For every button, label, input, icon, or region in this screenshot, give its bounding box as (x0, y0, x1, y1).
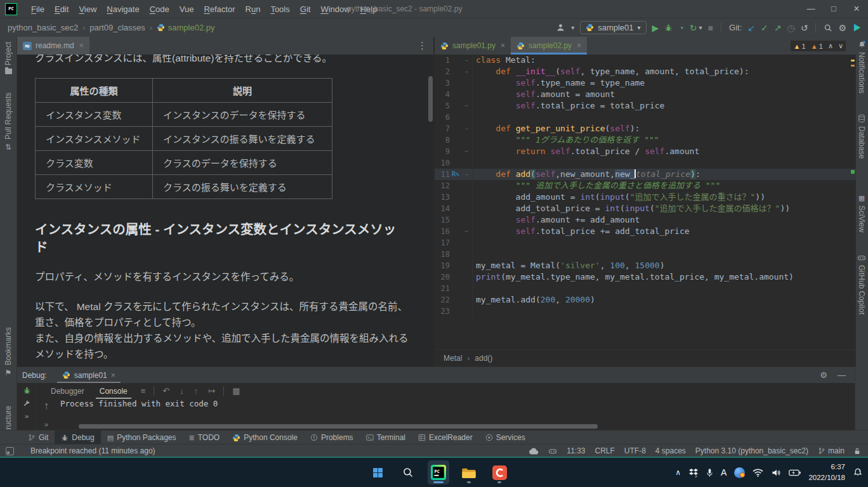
coverage-button[interactable]: ↻ (690, 23, 697, 32)
code-line[interactable]: 14 add_total_price = int(input("追加で入手した金… (435, 203, 856, 214)
tab-debugger[interactable]: Debugger (43, 385, 92, 398)
horizontal-scrollbar[interactable] (79, 424, 598, 429)
breadcrumb-item[interactable]: sample02.py (157, 23, 215, 32)
code-line[interactable]: 19my_metal = Metal('silver', 100, 15000) (435, 260, 856, 271)
breadcrumb-item[interactable]: part09_classes (89, 23, 145, 32)
sidebar-item-project[interactable]: Project (0, 42, 16, 74)
close-button[interactable]: × (845, 0, 868, 18)
tool-window-button-python-packages[interactable]: ▤Python Packages (101, 431, 183, 445)
tool-window-button-todo[interactable]: ≣TODO (183, 431, 227, 445)
code-editor[interactable]: 1−class Metal:2− def __init__(self, type… (435, 55, 856, 350)
dropbox-tray-icon[interactable]: z (688, 468, 699, 477)
code-line[interactable]: 17 (435, 237, 856, 249)
code-line[interactable]: 23 (435, 306, 856, 317)
fold-marker[interactable]: − (461, 55, 473, 66)
scrollbar-thumb[interactable] (428, 76, 433, 122)
encoding-widget[interactable]: UTF-8 (624, 446, 646, 455)
breadcrumb-item[interactable]: python_basic_sec2 (8, 23, 78, 32)
sidebar-item-structure[interactable]: Structure≡ (0, 406, 16, 430)
tool-window-button-problems[interactable]: Problems (304, 431, 360, 445)
rerun-debug-icon[interactable] (23, 386, 31, 394)
taskbar-clock[interactable]: 6:37 2022/10/18 (808, 462, 845, 483)
inspections-widget[interactable]: ▲ 1 ▲ 1 ∧ ∨ (791, 41, 846, 51)
code-line[interactable]: 11R✎− def add(self,new_amount,new_total_… (435, 169, 856, 180)
minimize-button[interactable]: — (799, 0, 822, 18)
fold-marker[interactable]: ⌐ (461, 226, 473, 237)
status-message[interactable]: Breakpoint reached (11 minutes ago) (30, 446, 155, 455)
battery-icon[interactable] (789, 469, 801, 476)
sidebar-item-bookmarks[interactable]: Bookmarks⚑ (0, 327, 16, 377)
tool-window-button-excelreader[interactable]: ExcelReader (412, 431, 479, 445)
branch-widget[interactable]: main (828, 446, 845, 455)
settings-gear-icon[interactable]: ⚙ (838, 23, 846, 32)
code-line[interactable]: 6 (435, 112, 856, 123)
code-line[interactable]: 7− def get_per_unit_price(self): (435, 123, 856, 134)
taskbar-camtasia-button[interactable] (489, 460, 510, 484)
run-button[interactable]: ▶ (652, 23, 659, 32)
sidebar-item-sciview[interactable]: ▦SciView (855, 194, 868, 232)
plugin-icon[interactable] (852, 23, 862, 32)
fold-marker[interactable]: ⌐ (461, 146, 473, 157)
wifi-icon[interactable] (753, 469, 763, 477)
start-button[interactable] (367, 460, 388, 484)
kebab-menu-icon[interactable]: ⋮ (411, 40, 433, 51)
menu-item-navigate[interactable]: Navigate (102, 2, 144, 16)
volume-icon[interactable] (771, 469, 781, 477)
sidebar-item-notifications[interactable]: Notifications (855, 41, 868, 93)
tab-sample02-py[interactable]: sample02.py× (511, 37, 587, 55)
close-tab-icon[interactable]: × (79, 41, 84, 50)
debug-button[interactable] (664, 23, 673, 32)
search-icon[interactable] (824, 23, 832, 32)
code-line[interactable]: 5⌐ self.total_price = total_price (435, 100, 856, 112)
close-session-icon[interactable]: × (111, 371, 115, 380)
menu-item-git[interactable]: Git (295, 2, 316, 16)
git-rollback-button[interactable]: ↺ (801, 23, 808, 32)
code-line[interactable]: 3 self.type_name = type_name (435, 77, 856, 89)
maximize-button[interactable]: □ (822, 0, 845, 18)
debug-session-tab[interactable]: sample01 × (56, 367, 122, 383)
prev-problem-icon[interactable]: ∧ (828, 42, 833, 50)
tool-window-button-services[interactable]: Services (479, 431, 532, 445)
tab-console[interactable]: Console (92, 385, 135, 398)
layout-options-icon[interactable]: ≡ (136, 386, 150, 396)
menu-item-refactor[interactable]: Refactor (199, 2, 240, 16)
user-icon[interactable] (556, 23, 565, 32)
lock-icon[interactable] (854, 447, 860, 455)
menu-item-edit[interactable]: Edit (49, 2, 74, 16)
next-problem-icon[interactable]: ∨ (838, 42, 843, 50)
menu-item-tools[interactable]: Tools (265, 2, 294, 16)
git-update-button[interactable]: ↙ (747, 23, 755, 32)
code-line[interactable]: 20print(my_metal.type_name, my_metal.tot… (435, 271, 856, 283)
code-line[interactable]: 2− def __init__(self, type_name, amount,… (435, 66, 856, 77)
taskbar-pycharm-button[interactable]: PC (428, 460, 449, 484)
breadcrumb-item[interactable]: add() (475, 354, 492, 363)
code-line[interactable]: 8 """ 1グラムあたりの価格を返す """ (435, 134, 856, 146)
tool-window-button-debug[interactable]: Debug (55, 431, 100, 445)
menu-item-run[interactable]: Run (240, 2, 266, 16)
code-line[interactable]: 9⌐ return self.total_price / self.amount (435, 146, 856, 157)
tool-window-button-git[interactable]: Git (22, 431, 55, 445)
code-line[interactable]: 15 self.amount += add_amount (435, 214, 856, 226)
copilot-status-icon[interactable] (548, 447, 557, 455)
tab-readme[interactable]: MD readme.md × (17, 37, 89, 55)
sidebar-item-database[interactable]: Database (855, 114, 868, 159)
menu-item-view[interactable]: View (74, 2, 102, 16)
tab-sample01-py[interactable]: sample01.py× (435, 37, 511, 55)
run-configuration-select[interactable]: sample01 ▾ (580, 21, 646, 34)
git-commit-button[interactable]: ✓ (761, 23, 768, 32)
notification-bell-icon[interactable]: z (853, 467, 863, 477)
menu-item-vue[interactable]: Vue (174, 2, 199, 16)
menu-item-code[interactable]: Code (145, 2, 174, 16)
sidebar-item-pull-requests[interactable]: Pull Requests⇅ (0, 93, 16, 152)
user-dropdown-icon[interactable]: ▾ (571, 23, 574, 32)
code-line[interactable]: 18 (435, 249, 856, 260)
more-actions-icon[interactable]: » (25, 412, 29, 420)
fold-marker[interactable]: − (461, 66, 473, 77)
code-line[interactable]: 4 self.amount = amount (435, 89, 856, 100)
code-line[interactable]: 21 (435, 283, 856, 294)
sidebar-item-github-copilot[interactable]: GitHub Copilot (855, 254, 868, 315)
code-line[interactable]: 22my_metal.add(200, 20000) (435, 294, 856, 306)
indent-widget[interactable]: 4 spaces (655, 446, 686, 455)
code-line[interactable]: 12 """ 追加で入手した金属の重さと価格を追加する """ (435, 180, 856, 192)
debug-settings-wrench-icon[interactable] (23, 399, 30, 407)
